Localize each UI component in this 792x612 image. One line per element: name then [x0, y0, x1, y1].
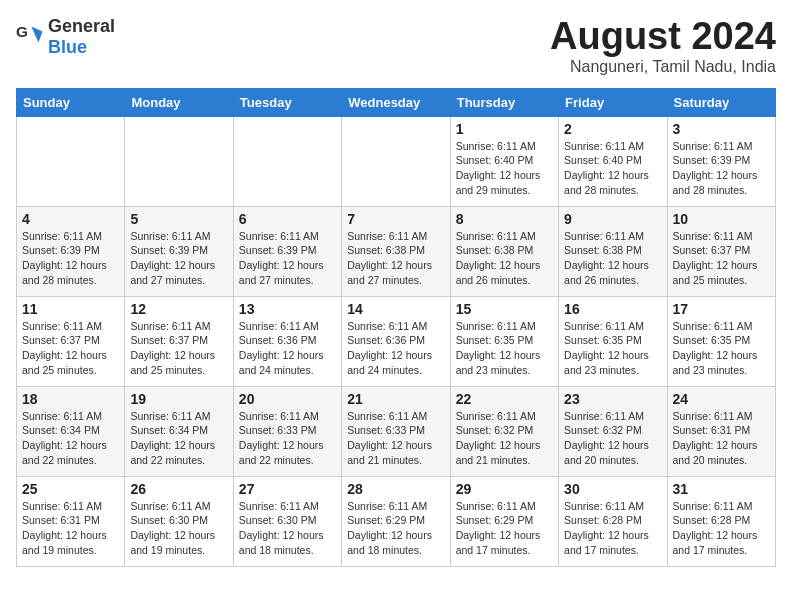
logo-general: General [48, 16, 115, 36]
day-number: 23 [564, 391, 661, 407]
day-info: Sunrise: 6:11 AM Sunset: 6:39 PM Dayligh… [22, 229, 119, 288]
logo-icon: G [16, 23, 44, 51]
day-number: 10 [673, 211, 770, 227]
day-info: Sunrise: 6:11 AM Sunset: 6:30 PM Dayligh… [239, 499, 336, 558]
calendar-cell: 7Sunrise: 6:11 AM Sunset: 6:38 PM Daylig… [342, 206, 450, 296]
day-info: Sunrise: 6:11 AM Sunset: 6:28 PM Dayligh… [564, 499, 661, 558]
day-number: 27 [239, 481, 336, 497]
calendar-cell [342, 116, 450, 206]
calendar-cell: 1Sunrise: 6:11 AM Sunset: 6:40 PM Daylig… [450, 116, 558, 206]
day-info: Sunrise: 6:11 AM Sunset: 6:39 PM Dayligh… [673, 139, 770, 198]
day-number: 13 [239, 301, 336, 317]
day-of-week-header: Friday [559, 88, 667, 116]
day-number: 29 [456, 481, 553, 497]
day-number: 11 [22, 301, 119, 317]
calendar-cell: 10Sunrise: 6:11 AM Sunset: 6:37 PM Dayli… [667, 206, 775, 296]
day-number: 7 [347, 211, 444, 227]
day-number: 28 [347, 481, 444, 497]
day-number: 12 [130, 301, 227, 317]
day-info: Sunrise: 6:11 AM Sunset: 6:34 PM Dayligh… [130, 409, 227, 468]
day-of-week-header: Tuesday [233, 88, 341, 116]
calendar-table: SundayMondayTuesdayWednesdayThursdayFrid… [16, 88, 776, 567]
day-number: 15 [456, 301, 553, 317]
day-number: 6 [239, 211, 336, 227]
calendar-cell: 28Sunrise: 6:11 AM Sunset: 6:29 PM Dayli… [342, 476, 450, 566]
calendar-cell: 26Sunrise: 6:11 AM Sunset: 6:30 PM Dayli… [125, 476, 233, 566]
day-info: Sunrise: 6:11 AM Sunset: 6:35 PM Dayligh… [456, 319, 553, 378]
day-info: Sunrise: 6:11 AM Sunset: 6:37 PM Dayligh… [130, 319, 227, 378]
calendar-cell: 11Sunrise: 6:11 AM Sunset: 6:37 PM Dayli… [17, 296, 125, 386]
day-number: 26 [130, 481, 227, 497]
svg-marker-1 [31, 27, 42, 43]
calendar-cell: 4Sunrise: 6:11 AM Sunset: 6:39 PM Daylig… [17, 206, 125, 296]
calendar-cell: 6Sunrise: 6:11 AM Sunset: 6:39 PM Daylig… [233, 206, 341, 296]
day-of-week-header: Thursday [450, 88, 558, 116]
day-number: 14 [347, 301, 444, 317]
calendar-cell: 9Sunrise: 6:11 AM Sunset: 6:38 PM Daylig… [559, 206, 667, 296]
day-number: 2 [564, 121, 661, 137]
day-info: Sunrise: 6:11 AM Sunset: 6:38 PM Dayligh… [564, 229, 661, 288]
day-info: Sunrise: 6:11 AM Sunset: 6:36 PM Dayligh… [347, 319, 444, 378]
day-number: 1 [456, 121, 553, 137]
calendar-cell [125, 116, 233, 206]
day-info: Sunrise: 6:11 AM Sunset: 6:35 PM Dayligh… [673, 319, 770, 378]
calendar-cell: 18Sunrise: 6:11 AM Sunset: 6:34 PM Dayli… [17, 386, 125, 476]
day-info: Sunrise: 6:11 AM Sunset: 6:29 PM Dayligh… [456, 499, 553, 558]
day-info: Sunrise: 6:11 AM Sunset: 6:30 PM Dayligh… [130, 499, 227, 558]
calendar-week-row: 11Sunrise: 6:11 AM Sunset: 6:37 PM Dayli… [17, 296, 776, 386]
day-info: Sunrise: 6:11 AM Sunset: 6:31 PM Dayligh… [22, 499, 119, 558]
day-info: Sunrise: 6:11 AM Sunset: 6:37 PM Dayligh… [673, 229, 770, 288]
day-of-week-header: Saturday [667, 88, 775, 116]
day-number: 30 [564, 481, 661, 497]
day-info: Sunrise: 6:11 AM Sunset: 6:38 PM Dayligh… [347, 229, 444, 288]
day-number: 9 [564, 211, 661, 227]
calendar-cell [17, 116, 125, 206]
day-info: Sunrise: 6:11 AM Sunset: 6:31 PM Dayligh… [673, 409, 770, 468]
day-number: 21 [347, 391, 444, 407]
day-number: 5 [130, 211, 227, 227]
day-info: Sunrise: 6:11 AM Sunset: 6:29 PM Dayligh… [347, 499, 444, 558]
calendar-cell: 13Sunrise: 6:11 AM Sunset: 6:36 PM Dayli… [233, 296, 341, 386]
calendar-cell: 21Sunrise: 6:11 AM Sunset: 6:33 PM Dayli… [342, 386, 450, 476]
day-of-week-header: Sunday [17, 88, 125, 116]
calendar-cell: 31Sunrise: 6:11 AM Sunset: 6:28 PM Dayli… [667, 476, 775, 566]
calendar-cell: 8Sunrise: 6:11 AM Sunset: 6:38 PM Daylig… [450, 206, 558, 296]
calendar-cell: 30Sunrise: 6:11 AM Sunset: 6:28 PM Dayli… [559, 476, 667, 566]
calendar-week-row: 1Sunrise: 6:11 AM Sunset: 6:40 PM Daylig… [17, 116, 776, 206]
calendar-cell: 2Sunrise: 6:11 AM Sunset: 6:40 PM Daylig… [559, 116, 667, 206]
day-number: 24 [673, 391, 770, 407]
day-number: 25 [22, 481, 119, 497]
calendar-week-row: 18Sunrise: 6:11 AM Sunset: 6:34 PM Dayli… [17, 386, 776, 476]
title-area: August 2024 Nanguneri, Tamil Nadu, India [550, 16, 776, 76]
header: G General Blue August 2024 Nanguneri, Ta… [16, 16, 776, 76]
day-number: 16 [564, 301, 661, 317]
calendar-cell: 23Sunrise: 6:11 AM Sunset: 6:32 PM Dayli… [559, 386, 667, 476]
day-info: Sunrise: 6:11 AM Sunset: 6:34 PM Dayligh… [22, 409, 119, 468]
day-info: Sunrise: 6:11 AM Sunset: 6:33 PM Dayligh… [347, 409, 444, 468]
day-info: Sunrise: 6:11 AM Sunset: 6:32 PM Dayligh… [564, 409, 661, 468]
day-of-week-header: Monday [125, 88, 233, 116]
day-info: Sunrise: 6:11 AM Sunset: 6:39 PM Dayligh… [130, 229, 227, 288]
calendar-cell: 27Sunrise: 6:11 AM Sunset: 6:30 PM Dayli… [233, 476, 341, 566]
day-info: Sunrise: 6:11 AM Sunset: 6:38 PM Dayligh… [456, 229, 553, 288]
day-info: Sunrise: 6:11 AM Sunset: 6:40 PM Dayligh… [456, 139, 553, 198]
day-number: 18 [22, 391, 119, 407]
day-number: 4 [22, 211, 119, 227]
calendar-week-row: 25Sunrise: 6:11 AM Sunset: 6:31 PM Dayli… [17, 476, 776, 566]
day-info: Sunrise: 6:11 AM Sunset: 6:37 PM Dayligh… [22, 319, 119, 378]
location-title: Nanguneri, Tamil Nadu, India [550, 58, 776, 76]
calendar-cell: 16Sunrise: 6:11 AM Sunset: 6:35 PM Dayli… [559, 296, 667, 386]
calendar-cell: 14Sunrise: 6:11 AM Sunset: 6:36 PM Dayli… [342, 296, 450, 386]
calendar-cell: 22Sunrise: 6:11 AM Sunset: 6:32 PM Dayli… [450, 386, 558, 476]
svg-text:G: G [16, 23, 28, 40]
calendar-week-row: 4Sunrise: 6:11 AM Sunset: 6:39 PM Daylig… [17, 206, 776, 296]
day-info: Sunrise: 6:11 AM Sunset: 6:36 PM Dayligh… [239, 319, 336, 378]
day-number: 3 [673, 121, 770, 137]
day-info: Sunrise: 6:11 AM Sunset: 6:35 PM Dayligh… [564, 319, 661, 378]
day-number: 17 [673, 301, 770, 317]
day-number: 8 [456, 211, 553, 227]
day-info: Sunrise: 6:11 AM Sunset: 6:32 PM Dayligh… [456, 409, 553, 468]
calendar-cell: 20Sunrise: 6:11 AM Sunset: 6:33 PM Dayli… [233, 386, 341, 476]
day-number: 31 [673, 481, 770, 497]
calendar-header-row: SundayMondayTuesdayWednesdayThursdayFrid… [17, 88, 776, 116]
